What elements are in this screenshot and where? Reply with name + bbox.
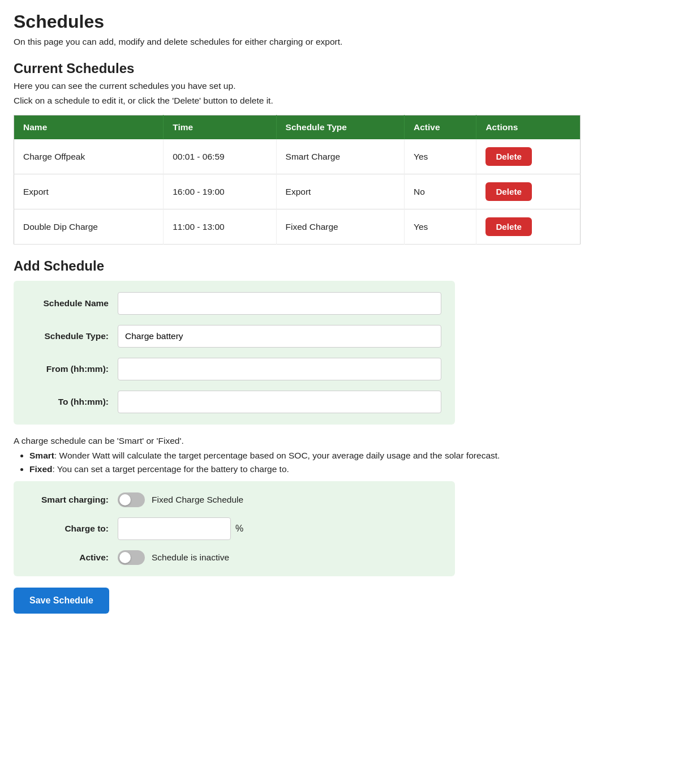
schedules-table: Name Time Schedule Type Active Actions C… [14,115,581,245]
smart-charging-row: Smart charging: Fixed Charge Schedule [27,492,441,507]
current-schedules-desc2: Click on a schedule to edit it, or click… [14,96,581,106]
from-row: From (hh:mm): [27,358,441,380]
smart-charging-section: Smart charging: Fixed Charge Schedule Ch… [14,481,455,576]
schedule-type-input[interactable] [118,325,441,348]
cell-name: Export [14,174,164,209]
cell-actions: Delete [476,209,581,245]
toggle-thumb [119,494,131,505]
info-list-item: Fixed: You can set a target percentage f… [29,464,581,474]
charge-to-label: Charge to: [27,524,118,534]
table-row[interactable]: Export 16:00 - 19:00 Export No Delete [14,174,581,209]
smart-charging-toggle-wrapper: Fixed Charge Schedule [118,492,243,507]
col-header-type: Schedule Type [276,115,404,140]
cell-name: Charge Offpeak [14,139,164,174]
active-toggle-wrapper: Schedule is inactive [118,550,229,565]
delete-button[interactable]: Delete [485,217,532,236]
delete-button[interactable]: Delete [485,147,532,166]
cell-type: Smart Charge [276,139,404,174]
info-list-item: Smart: Wonder Watt will calculate the ta… [29,451,581,461]
cell-type: Export [276,174,404,209]
smart-charging-toggle[interactable] [118,492,145,507]
col-header-actions: Actions [476,115,581,140]
info-intro: A charge schedule can be 'Smart' or 'Fix… [14,436,581,446]
to-input[interactable] [118,391,441,413]
cell-name: Double Dip Charge [14,209,164,245]
delete-button[interactable]: Delete [485,182,532,201]
schedule-name-input[interactable] [118,292,441,315]
schedule-type-label: Schedule Type: [27,331,118,341]
page-subtitle: On this page you can add, modify and del… [14,37,581,47]
col-header-name: Name [14,115,164,140]
percent-symbol: % [235,524,243,534]
cell-actions: Delete [476,174,581,209]
active-row: Active: Schedule is inactive [27,550,441,565]
cell-active: Yes [404,209,476,245]
add-schedule-heading: Add Schedule [14,258,581,274]
table-row[interactable]: Double Dip Charge 11:00 - 13:00 Fixed Ch… [14,209,581,245]
cell-time: 11:00 - 13:00 [164,209,276,245]
info-list: Smart: Wonder Watt will calculate the ta… [29,451,581,474]
schedule-name-label: Schedule Name [27,298,118,309]
to-row: To (hh:mm): [27,391,441,413]
cell-time: 00:01 - 06:59 [164,139,276,174]
active-label: Active: [27,552,118,563]
active-toggle-text: Schedule is inactive [152,552,229,563]
add-schedule-form: Schedule Name Schedule Type: From (hh:mm… [14,281,455,425]
charge-to-wrapper: % [118,517,243,540]
smart-charging-label: Smart charging: [27,495,118,505]
info-section: A charge schedule can be 'Smart' or 'Fix… [14,436,581,474]
from-label: From (hh:mm): [27,364,118,374]
cell-active: Yes [404,139,476,174]
page-title: Schedules [14,11,581,32]
toggle-track [118,492,145,507]
col-header-active: Active [404,115,476,140]
schedule-type-row: Schedule Type: [27,325,441,348]
to-label: To (hh:mm): [27,397,118,407]
charge-to-input[interactable] [118,517,231,540]
active-toggle-thumb [119,552,131,563]
charge-to-row: Charge to: % [27,517,441,540]
active-toggle[interactable] [118,550,145,565]
cell-type: Fixed Charge [276,209,404,245]
smart-charging-toggle-text: Fixed Charge Schedule [152,495,243,505]
current-schedules-desc1: Here you can see the current schedules y… [14,81,581,91]
save-schedule-button[interactable]: Save Schedule [14,588,109,614]
table-row[interactable]: Charge Offpeak 00:01 - 06:59 Smart Charg… [14,139,581,174]
from-input[interactable] [118,358,441,380]
current-schedules-heading: Current Schedules [14,61,581,76]
cell-active: No [404,174,476,209]
active-toggle-track [118,550,145,565]
cell-time: 16:00 - 19:00 [164,174,276,209]
col-header-time: Time [164,115,276,140]
cell-actions: Delete [476,139,581,174]
schedule-name-row: Schedule Name [27,292,441,315]
